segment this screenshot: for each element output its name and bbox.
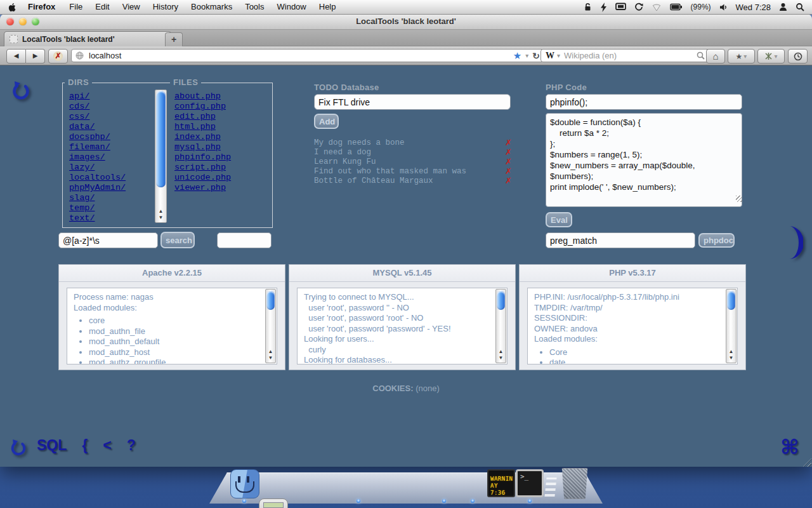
forward-button[interactable]: ▶ bbox=[26, 49, 45, 64]
scrollbar-thumb[interactable] bbox=[266, 291, 275, 310]
dir-link[interactable]: temp/ bbox=[69, 203, 126, 213]
file-link[interactable]: unicode.php bbox=[174, 173, 231, 183]
dir-link[interactable]: images/ bbox=[69, 152, 126, 163]
apple-menu-icon[interactable] bbox=[8, 3, 16, 12]
page-refresh-icon[interactable] bbox=[10, 81, 32, 106]
todo-input[interactable] bbox=[314, 94, 511, 110]
menu-item[interactable]: Firefox bbox=[22, 0, 63, 14]
dir-link[interactable]: lazy/ bbox=[69, 163, 126, 173]
command-icon[interactable]: ⌘ bbox=[780, 435, 799, 459]
menu-item[interactable]: Help bbox=[313, 0, 343, 14]
dir-link[interactable]: docsphp/ bbox=[69, 132, 126, 142]
user-icon[interactable] bbox=[779, 3, 787, 11]
delete-todo-icon[interactable]: ✗ bbox=[505, 166, 512, 176]
mysql-scrollbar[interactable]: ▲▼ bbox=[495, 289, 506, 363]
dock-calculator-icon[interactable] bbox=[259, 498, 288, 508]
scroll-up-icon[interactable]: ▲ bbox=[499, 349, 504, 354]
menu-item[interactable]: Bookmarks bbox=[185, 0, 239, 14]
new-tab-button[interactable]: + bbox=[165, 32, 183, 46]
eval-button[interactable]: Eval bbox=[546, 212, 572, 227]
dir-link[interactable]: localtools/ bbox=[69, 173, 126, 183]
dir-link[interactable]: text/ bbox=[69, 213, 126, 224]
scroll-down-icon[interactable]: ▼ bbox=[499, 355, 504, 361]
dir-link[interactable]: phpMyAdmin/ bbox=[69, 183, 126, 193]
delete-todo-icon[interactable]: ✗ bbox=[505, 157, 512, 166]
bookmarks-menu-button[interactable]: ★ ▾ bbox=[728, 49, 755, 64]
file-search-input[interactable] bbox=[58, 232, 158, 248]
search-engine-dropdown-icon[interactable]: ▾ bbox=[557, 52, 560, 59]
lock-icon[interactable] bbox=[584, 3, 592, 11]
volume-icon[interactable] bbox=[719, 3, 728, 11]
magnifier-icon[interactable] bbox=[697, 51, 705, 60]
footer-link[interactable]: { bbox=[82, 437, 88, 454]
web-search-input[interactable] bbox=[563, 50, 694, 61]
history-clock-button[interactable] bbox=[788, 49, 808, 64]
menu-item[interactable]: File bbox=[63, 0, 89, 14]
display-icon[interactable] bbox=[615, 3, 626, 11]
window-resize-grip-icon[interactable] bbox=[802, 458, 811, 467]
scroll-down-icon[interactable]: ▼ bbox=[268, 355, 273, 361]
file-search-button[interactable]: search bbox=[160, 232, 195, 248]
scroll-up-icon[interactable]: ▲ bbox=[268, 349, 273, 354]
file-link[interactable]: index.php bbox=[174, 132, 231, 142]
home-button[interactable]: ⌂ bbox=[706, 49, 725, 64]
tab-localtools[interactable]: LocalTools 'black leotard' bbox=[4, 31, 171, 46]
spotlight-icon[interactable] bbox=[796, 3, 804, 11]
footer-link[interactable]: ? bbox=[127, 437, 136, 454]
dir-link[interactable]: data/ bbox=[69, 122, 126, 132]
menu-clock[interactable]: Wed 7:28 bbox=[736, 3, 771, 12]
moon-icon[interactable] bbox=[785, 224, 803, 264]
window-titlebar[interactable]: LocalTools 'black leotard' bbox=[0, 14, 812, 30]
file-link[interactable]: viewer.php bbox=[174, 183, 231, 193]
battery-icon[interactable] bbox=[670, 3, 683, 11]
menu-item[interactable]: Window bbox=[271, 0, 313, 14]
php-oneliner-input[interactable] bbox=[546, 94, 742, 110]
dir-link[interactable]: css/ bbox=[69, 112, 126, 122]
menu-item[interactable]: History bbox=[147, 0, 185, 14]
scroll-down-icon[interactable]: ▼ bbox=[729, 355, 734, 361]
bookmark-star-icon[interactable]: ★ bbox=[513, 51, 521, 60]
scrollbar-thumb[interactable] bbox=[156, 91, 166, 187]
scrollbar-thumb[interactable] bbox=[727, 291, 735, 310]
delete-todo-icon[interactable]: ✗ bbox=[505, 138, 512, 147]
file-link[interactable]: mysql.php bbox=[174, 142, 231, 152]
search-engine-icon[interactable]: W bbox=[546, 51, 554, 61]
apache-scrollbar[interactable]: ▲▼ bbox=[265, 289, 276, 363]
menu-item[interactable]: View bbox=[116, 0, 147, 14]
scroll-down-icon[interactable]: ▼ bbox=[159, 215, 164, 220]
file-link[interactable]: config.php bbox=[174, 102, 231, 112]
dir-link[interactable]: api/ bbox=[69, 91, 126, 102]
file-link[interactable]: phpinfo.php bbox=[174, 152, 231, 163]
php-code-textarea[interactable]: $double = function($a) { return $a * 2; … bbox=[546, 113, 742, 207]
scroll-up-icon[interactable]: ▲ bbox=[729, 349, 734, 354]
dock-finder-icon[interactable] bbox=[230, 469, 259, 498]
dock-trash-icon[interactable] bbox=[561, 468, 589, 499]
add-todo-button[interactable]: Add bbox=[314, 114, 339, 129]
back-button[interactable]: ◀ bbox=[6, 49, 26, 64]
textarea-resize-grip-icon[interactable] bbox=[736, 196, 742, 202]
url-dropdown-icon[interactable]: ▾ bbox=[525, 52, 528, 59]
scrollbar-thumb[interactable] bbox=[497, 291, 505, 310]
dir-link[interactable]: cds/ bbox=[69, 102, 126, 112]
dock-warning-widget-icon[interactable]: WARNIN AY 7:36 bbox=[487, 469, 515, 497]
dock-terminal-icon[interactable]: >_ bbox=[516, 469, 544, 497]
file-link[interactable]: script.php bbox=[174, 163, 231, 173]
sync-icon[interactable] bbox=[634, 3, 643, 11]
bolt-icon[interactable] bbox=[600, 3, 607, 12]
delete-todo-icon[interactable]: ✗ bbox=[505, 176, 512, 185]
menu-item[interactable]: Tools bbox=[239, 0, 270, 14]
dirs-scrollbar[interactable]: ▲▼ bbox=[155, 90, 167, 223]
footer-link[interactable]: < bbox=[103, 437, 111, 454]
file-link[interactable]: about.php bbox=[174, 91, 231, 102]
dir-link[interactable]: slag/ bbox=[69, 193, 126, 203]
reload-icon[interactable]: ↻ bbox=[532, 51, 540, 61]
wifi-icon[interactable] bbox=[652, 3, 662, 11]
url-input[interactable] bbox=[88, 50, 509, 61]
phpdoc-input[interactable] bbox=[546, 232, 695, 248]
aux-input[interactable] bbox=[217, 232, 272, 248]
file-link[interactable]: edit.php bbox=[174, 112, 231, 122]
addon-button[interactable]: ✗ bbox=[48, 49, 68, 64]
delete-todo-icon[interactable]: ✗ bbox=[505, 147, 512, 157]
file-link[interactable]: html.php bbox=[174, 122, 231, 132]
dir-link[interactable]: fileman/ bbox=[69, 142, 126, 152]
